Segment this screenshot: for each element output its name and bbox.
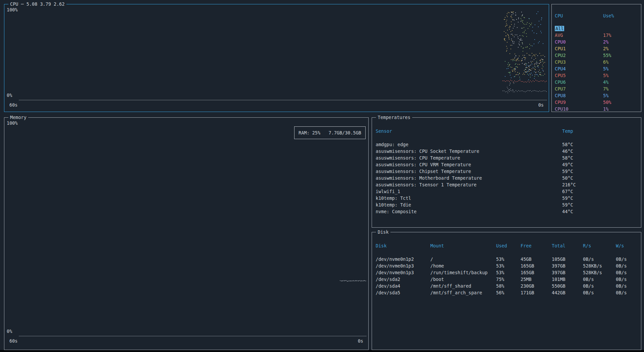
cpu-legend-row[interactable]: CPU02% [552,39,641,45]
graph-dot [533,67,533,68]
graph-dot [513,92,514,92]
temperature-row[interactable]: asuswmisensors: Chipset Temperature59°C [376,168,638,175]
graph-dot [515,54,515,54]
graph-dot [506,20,507,20]
cpu-legend-row[interactable]: CPU77% [552,85,641,92]
cpu-legend-row[interactable]: CPU36% [552,59,641,65]
temperature-row[interactable]: asuswmisensors: CPU VRM Temperature49°C [376,161,638,168]
temperature-row[interactable]: iwlwifi_167°C [376,188,638,195]
graph-dot [542,59,543,60]
graph-dot [513,12,513,13]
graph-dot [516,66,516,67]
graph-dot [534,33,534,33]
graph-dot [509,27,509,28]
graph-dot [521,28,522,28]
cpu-legend-row[interactable]: CPU12% [552,45,641,52]
temperature-row[interactable]: asuswmisensors: Tsensor 1 Temperature216… [376,181,638,188]
disk-row[interactable]: /dev/nvme0n1p3/run/timeshift/backup53%16… [376,269,639,276]
disk-widget[interactable]: Disk DiskMountUsedFreeTotalR/sW/s /dev/n… [372,232,641,350]
temperature-row[interactable]: asuswmisensors: Motherboard Temperature5… [376,175,638,181]
cpu-legend-row[interactable]: CPU45% [552,65,641,72]
disk-title: Disk [376,229,390,235]
graph-dot [514,20,515,20]
graph-dot [523,51,523,52]
graph-dot [504,80,504,81]
temperature-row[interactable]: k10temp: Tctl59°C [376,195,638,201]
disk-write-rate: 0B/s [616,276,639,283]
cpu-legend-widget[interactable]: CPU Use% AllAVG17%CPU02%CPU12%CPU255%CPU… [551,4,641,112]
graph-dot [534,54,534,55]
graph-dot [519,44,519,44]
graph-dot [506,91,507,92]
graph-dot [527,47,527,48]
cpu-usage-value: 50% [603,99,641,106]
graph-dot [523,48,523,49]
sensor-column-header: Sensor [376,128,562,134]
graph-dot [543,43,543,44]
disk-column-header: Total [552,242,583,249]
temperature-row[interactable]: asuswmisensors: CPU Temperature58°C [376,155,638,161]
graph-dot [543,91,544,91]
temperature-row[interactable]: k10temp: Tdie59°C [376,201,638,208]
cpu-legend-row[interactable]: CPU85% [552,92,641,99]
graph-dot [509,53,510,54]
disk-row[interactable]: /dev/nvme0n1p2/53%45GB105GB0B/s0B/s [376,256,639,262]
graph-dot [531,24,531,25]
graph-dot [516,15,516,15]
graph-dot [536,64,537,64]
temperature-row[interactable]: asuswmisensors: CPU Socket Temperature46… [376,148,638,155]
cpu-legend-row[interactable]: CPU255% [552,52,641,59]
graph-dot [504,19,504,20]
graph-dot [518,22,519,22]
cpu-legend-row[interactable]: CPU950% [552,99,641,106]
sensor-name: asuswmisensors: CPU Socket Temperature [376,148,562,155]
graph-dot [506,68,507,69]
graph-dot [528,65,529,66]
graph-dot [515,57,515,58]
graph-dot [506,25,506,26]
graph-dot [517,67,518,68]
cpu-name: AVG [555,32,603,39]
temperature-row[interactable]: amdgpu: edge58°C [376,141,638,148]
graph-dot [526,33,527,34]
disk-used: 75% [496,276,521,283]
graph-dot [511,21,512,22]
temperature-row[interactable]: nvme: Composite44°C [376,208,638,215]
temperatures-title: Temperatures [376,115,412,120]
graph-dot [540,62,541,63]
graph-dot [517,74,517,75]
cpu-widget[interactable]: CPU ─ 5.08 3.79 2.62 100% 0% 60s 0s [4,4,549,112]
cpu-legend-row[interactable]: All [552,25,641,32]
graph-dot [531,62,532,63]
graph-dot [529,69,530,70]
memory-graph[interactable] [19,123,366,336]
cpu-legend-row[interactable]: CPU101% [552,106,641,111]
graph-dot [505,81,506,82]
cpu-usage-value: 1% [603,106,641,111]
graph-dot [513,69,514,69]
temperatures-widget[interactable]: Temperatures Sensor Temp amdgpu: edge58°… [372,117,641,228]
memory-widget[interactable]: Memory 100% 0% 60s 0s RAM: 25% 7.7GB/30.… [4,117,369,350]
graph-dot [537,80,537,81]
disk-write-rate: 0B/s [616,289,639,296]
cpu-legend-row[interactable]: CPU55% [552,72,641,79]
graph-dot [514,37,515,37]
cpu-legend-row[interactable]: AVG17% [552,32,641,39]
graph-dot [540,60,541,60]
graph-dot [504,38,505,39]
graph-dot [524,74,525,75]
graph-dot [513,28,514,28]
disk-row[interactable]: /dev/sda5/mnt/sff_arch_spare56%171GB442G… [376,289,639,296]
disk-row[interactable]: /dev/sda4/mnt/sff_shared58%230GB550GB0B/… [376,283,639,289]
graph-dot [522,91,523,91]
graph-dot [543,71,544,71]
disk-row[interactable]: /dev/nvme0n1p3/home53%165GB397GB528KB/s0… [376,262,639,269]
graph-dot [544,62,545,63]
sensor-name: nvme: Composite [376,208,562,215]
graph-dot [530,55,530,56]
disk-row[interactable]: /dev/sda2/boot75%25MB101MB0B/s0B/s [376,276,639,283]
cpu-legend-row[interactable]: CPU64% [552,79,641,85]
cpu-graph[interactable] [19,9,547,100]
graph-dot [517,66,517,67]
graph-dot [539,81,540,82]
